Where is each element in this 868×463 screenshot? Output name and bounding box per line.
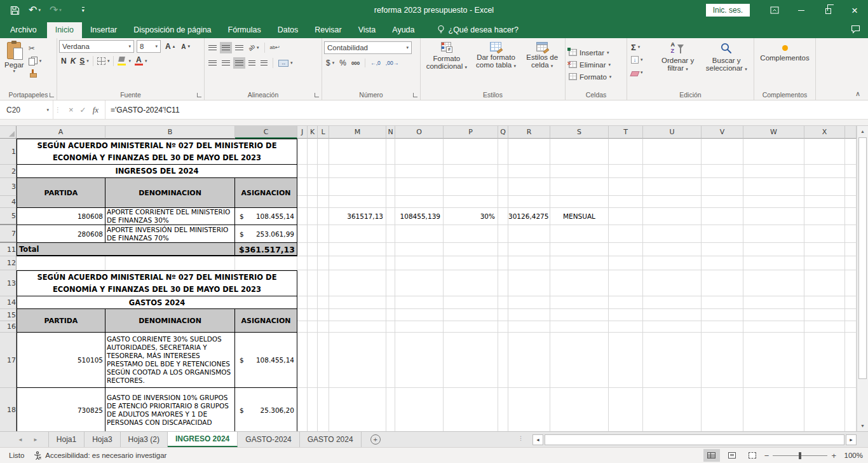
cell[interactable]: [702, 139, 743, 165]
scroll-down-icon[interactable]: ▼: [857, 420, 868, 431]
cell[interactable]: [609, 270, 643, 296]
insert-function-icon[interactable]: fx: [93, 105, 98, 115]
cell-P5[interactable]: 30%: [444, 208, 498, 225]
cell[interactable]: [702, 165, 743, 178]
cell[interactable]: [395, 225, 444, 243]
cell[interactable]: [609, 225, 643, 243]
cell[interactable]: [498, 321, 508, 333]
column-header-S[interactable]: S: [550, 126, 609, 139]
row-header-15[interactable]: 15: [0, 309, 17, 321]
restore-button[interactable]: [815, 0, 841, 20]
cell[interactable]: [643, 388, 702, 431]
align-right-button[interactable]: [233, 57, 245, 69]
cell[interactable]: [702, 178, 743, 196]
cell[interactable]: [308, 333, 318, 388]
tell-me-search[interactable]: ¿Qué desea hacer?: [437, 25, 519, 38]
cell[interactable]: [743, 256, 804, 270]
cell[interactable]: [329, 178, 386, 196]
cell[interactable]: [550, 139, 609, 165]
cell[interactable]: [609, 333, 643, 388]
cell[interactable]: [444, 256, 498, 270]
cell[interactable]: [702, 321, 743, 333]
cell-A18[interactable]: 730825: [17, 388, 105, 431]
cell[interactable]: [508, 309, 550, 321]
comments-icon[interactable]: [851, 25, 860, 36]
ribbon-tab-ayuda[interactable]: Ayuda: [384, 22, 423, 38]
scroll-left-icon[interactable]: ◄: [532, 434, 543, 445]
fill-button[interactable]: ↓▾: [629, 54, 654, 66]
cell[interactable]: [329, 296, 386, 309]
formula-input[interactable]: ='GASTO-2024'!C11: [105, 100, 868, 119]
tab-split-handle[interactable]: ⋮: [518, 435, 524, 441]
column-header-B[interactable]: B: [105, 126, 235, 139]
cell[interactable]: [444, 139, 498, 165]
cell[interactable]: [743, 165, 804, 178]
view-normal-button[interactable]: [703, 449, 720, 462]
cell[interactable]: [498, 178, 508, 196]
cell[interactable]: [804, 296, 845, 309]
cell-M5[interactable]: 361517,13: [329, 208, 386, 225]
cell-A17[interactable]: 510105: [17, 333, 105, 388]
row-header-7[interactable]: 7: [0, 225, 17, 243]
cell[interactable]: [297, 243, 308, 256]
enter-icon[interactable]: ✓: [80, 106, 86, 114]
align-center-button[interactable]: [220, 57, 232, 69]
column-header-U[interactable]: U: [643, 126, 702, 139]
cell[interactable]: [643, 333, 702, 388]
cell[interactable]: [386, 196, 395, 208]
cell-C11-total-value[interactable]: $361.517,13: [235, 243, 297, 256]
cell[interactable]: [386, 321, 395, 333]
cell[interactable]: [297, 208, 308, 225]
cell[interactable]: [845, 333, 857, 388]
font-size-combo[interactable]: 8▾: [137, 40, 161, 53]
cell[interactable]: [318, 178, 329, 196]
column-header-L[interactable]: L: [318, 126, 329, 139]
ribbon-tab-revisar[interactable]: Revisar: [306, 22, 349, 38]
row-header-4[interactable]: 4: [0, 196, 17, 208]
scroll-right-icon[interactable]: ►: [846, 434, 857, 445]
cell[interactable]: [550, 178, 609, 196]
font-name-combo[interactable]: Verdana▾: [59, 40, 134, 53]
cell[interactable]: [297, 165, 308, 178]
ribbon-tab-f-rmulas[interactable]: Fórmulas: [220, 22, 269, 38]
customize-qat-icon[interactable]: ▾: [82, 7, 85, 13]
minimize-button[interactable]: [788, 0, 815, 20]
undo-button[interactable]: ↶▾: [29, 5, 41, 15]
cell[interactable]: [318, 243, 329, 256]
cell[interactable]: [845, 309, 857, 321]
number-format-combo[interactable]: Contabilidad▾: [324, 41, 412, 54]
cell[interactable]: [743, 296, 804, 309]
column-header-X[interactable]: X: [804, 126, 845, 139]
cell[interactable]: [386, 208, 395, 225]
cell[interactable]: [308, 388, 318, 431]
align-top-button[interactable]: [207, 42, 219, 53]
cell[interactable]: [643, 139, 702, 165]
cell[interactable]: [308, 208, 318, 225]
cell[interactable]: [297, 321, 308, 333]
row-header-5[interactable]: 5: [0, 208, 17, 225]
ribbon-tab-vista[interactable]: Vista: [350, 22, 384, 38]
sheet-tab-hoja1[interactable]: Hoja1: [48, 432, 85, 447]
vertical-scroll-thumb[interactable]: [858, 137, 867, 379]
increase-indent-button[interactable]: [259, 57, 269, 69]
insert-cells-button[interactable]: Insertar▾: [567, 46, 625, 59]
zoom-level[interactable]: 100%: [840, 452, 863, 459]
cell[interactable]: [702, 256, 743, 270]
cell[interactable]: [297, 196, 308, 208]
cell-B17[interactable]: GASTO CORRIENTE 30% SUELDOS AUTORIDADES,…: [105, 333, 235, 388]
cell[interactable]: [444, 321, 498, 333]
cell[interactable]: [386, 309, 395, 321]
cell[interactable]: [643, 178, 702, 196]
cell[interactable]: [297, 296, 308, 309]
cell[interactable]: [743, 139, 804, 165]
cell[interactable]: [550, 243, 609, 256]
underline-button[interactable]: S▾: [78, 55, 91, 67]
sheet-nav-right-icon[interactable]: ►: [33, 437, 38, 443]
cell[interactable]: [444, 309, 498, 321]
cell[interactable]: [297, 256, 308, 270]
cell[interactable]: [386, 388, 395, 431]
cell[interactable]: [395, 178, 444, 196]
cell[interactable]: [643, 296, 702, 309]
bold-button[interactable]: N: [59, 55, 69, 67]
cell[interactable]: [743, 309, 804, 321]
